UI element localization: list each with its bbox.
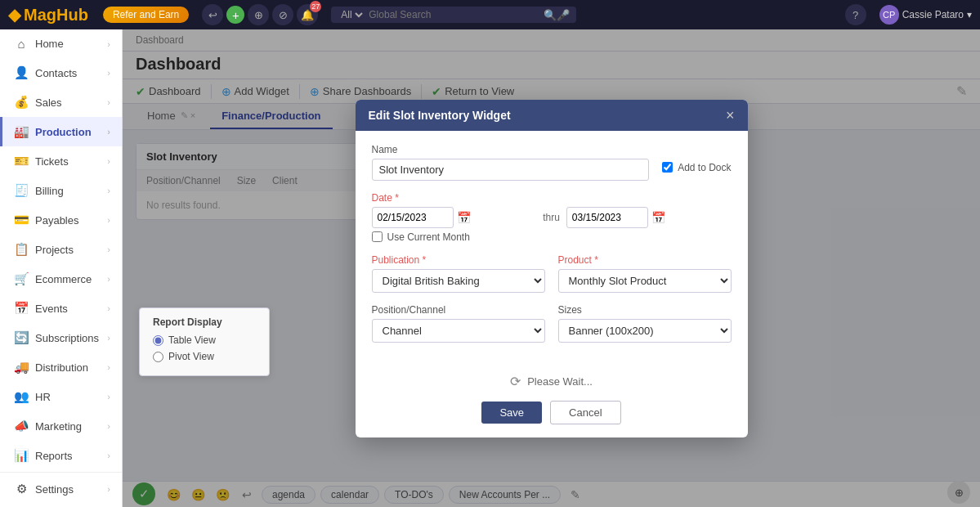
- sidebar-item-home[interactable]: ⌂ Home ›: [0, 29, 122, 58]
- modal-close-button[interactable]: ×: [726, 108, 735, 123]
- sidebar-item-distribution[interactable]: 🚚 Distribution ›: [0, 352, 122, 382]
- search-input[interactable]: [369, 9, 544, 20]
- sidebar-item-payables[interactable]: 💳 Payables ›: [0, 205, 122, 235]
- user-menu[interactable]: CP Cassie Pataro ▾: [879, 5, 972, 25]
- add-to-dock-checkbox[interactable]: [662, 162, 673, 173]
- production-icon: 🏭: [14, 124, 29, 139]
- publication-select[interactable]: Digital British Baking: [372, 269, 545, 293]
- chevron-right-icon: ›: [107, 245, 110, 254]
- cancel-button[interactable]: Cancel: [550, 401, 620, 424]
- main-content: Dashboard Dashboard ✔ Dashboard ⊕ Add Wi…: [123, 29, 980, 507]
- chevron-right-icon: ›: [107, 333, 110, 343]
- publication-label: Publication *: [372, 254, 545, 266]
- report-display-popup: Report Display Table View Pivot View: [139, 307, 270, 376]
- sidebar-item-ecommerce[interactable]: 🛒 Ecommerce ›: [0, 264, 122, 294]
- sidebar-item-projects[interactable]: 📋 Projects ›: [0, 235, 122, 264]
- name-input[interactable]: [372, 159, 650, 181]
- publication-field: Publication * Digital British Baking: [372, 254, 545, 293]
- sizes-label: Sizes: [558, 304, 732, 316]
- modal-title: Edit Slot Inventory Widget: [369, 109, 511, 122]
- use-current-month-label: Use Current Month: [387, 231, 470, 243]
- modal-header: Edit Slot Inventory Widget ×: [356, 100, 748, 131]
- calendar-icon-from[interactable]: 📅: [457, 211, 471, 224]
- sizes-select[interactable]: Banner (100x200): [558, 319, 732, 343]
- search-scope-select[interactable]: All: [338, 8, 365, 21]
- table-view-radio[interactable]: [153, 335, 163, 346]
- settings-icon: ⚙: [14, 482, 29, 496]
- product-select[interactable]: Monthly Slot Product: [558, 269, 732, 293]
- calendar-icon-to[interactable]: 📅: [651, 211, 665, 224]
- position-channel-select[interactable]: Channel: [372, 319, 545, 343]
- sidebar-item-settings[interactable]: ⚙ Settings ›: [0, 474, 122, 504]
- subscriptions-icon: 🔄: [14, 330, 29, 345]
- save-button[interactable]: Save: [481, 402, 542, 424]
- tickets-icon: 🎫: [14, 154, 29, 168]
- global-search: All 🔍 🎤: [331, 7, 576, 23]
- sidebar-item-tickets[interactable]: 🎫 Tickets ›: [0, 146, 122, 176]
- projects-icon: 📋: [14, 242, 29, 257]
- distribution-icon: 🚚: [14, 360, 29, 375]
- sidebar-label-ecommerce: Ecommerce: [35, 273, 101, 285]
- sidebar: ⌂ Home › 👤 Contacts › 💰 Sales › 🏭 Produc…: [0, 29, 123, 507]
- chevron-right-icon: ›: [107, 127, 110, 137]
- logo-icon: ◆: [8, 5, 20, 25]
- reports-icon: 📊: [14, 448, 29, 463]
- quick-action-3[interactable]: ⊕: [248, 4, 269, 25]
- notifications-button[interactable]: 🔔 27: [297, 4, 318, 25]
- publication-product-row: Publication * Digital British Baking Pro…: [372, 254, 732, 293]
- table-view-label: Table View: [168, 334, 216, 346]
- date-to-wrap: 📅: [566, 207, 732, 228]
- microphone-icon[interactable]: 🎤: [557, 9, 570, 21]
- top-navigation: ◆ MagHub Refer and Earn ↩ + ⊕ ⊘ 🔔 27 All…: [0, 0, 980, 29]
- payables-icon: 💳: [14, 213, 29, 227]
- sidebar-item-production[interactable]: 🏭 Production ›: [0, 117, 122, 146]
- refer-earn-button[interactable]: Refer and Earn: [103, 7, 189, 23]
- chevron-right-icon: ›: [107, 39, 110, 49]
- topnav-quick-actions: ↩ + ⊕ ⊘ 🔔 27: [202, 4, 318, 25]
- notification-badge: 27: [310, 1, 321, 12]
- avatar: CP: [879, 5, 899, 25]
- sidebar-divider: [0, 472, 122, 473]
- sidebar-label-settings: Settings: [35, 483, 101, 496]
- date-label: Date *: [372, 192, 732, 204]
- sidebar-item-hr[interactable]: 👥 HR ›: [0, 382, 122, 411]
- sizes-field: Sizes Banner (100x200): [558, 304, 732, 343]
- sidebar-label-hr: HR: [35, 391, 101, 403]
- events-icon: 📅: [14, 301, 29, 316]
- sidebar-label-distribution: Distribution: [35, 361, 101, 374]
- sidebar-item-subscriptions[interactable]: 🔄 Subscriptions ›: [0, 323, 122, 352]
- help-button[interactable]: ?: [845, 4, 866, 25]
- date-from-input[interactable]: [372, 207, 454, 228]
- date-to-input[interactable]: [566, 207, 648, 228]
- sidebar-label-tickets: Tickets: [35, 155, 101, 168]
- chevron-right-icon: ›: [107, 68, 110, 78]
- sidebar-item-events[interactable]: 📅 Events ›: [0, 294, 122, 323]
- sidebar-label-billing: Billing: [35, 185, 101, 197]
- table-view-row: Table View: [153, 334, 256, 346]
- add-to-dock-label: Add to Dock: [678, 162, 731, 173]
- use-current-month-checkbox[interactable]: [372, 231, 383, 242]
- sidebar-item-sales[interactable]: 💰 Sales ›: [0, 87, 122, 117]
- sidebar-item-contacts[interactable]: 👤 Contacts ›: [0, 58, 122, 87]
- modal-overlay: Edit Slot Inventory Widget × Name Add to…: [123, 29, 980, 507]
- quick-action-1[interactable]: ↩: [202, 4, 223, 25]
- sidebar-label-sales: Sales: [35, 96, 101, 109]
- please-wait-label: Please Wait...: [527, 375, 593, 388]
- pivot-view-radio[interactable]: [153, 352, 163, 362]
- thru-text: thru: [543, 212, 560, 223]
- contacts-icon: 👤: [14, 65, 29, 80]
- report-display-title: Report Display: [153, 316, 256, 328]
- chevron-right-icon: ›: [107, 484, 110, 494]
- chevron-right-icon: ›: [107, 97, 110, 107]
- quick-action-4[interactable]: ⊘: [272, 4, 293, 25]
- home-icon: ⌂: [14, 37, 29, 51]
- sidebar-label-reports: Reports: [35, 450, 101, 462]
- quick-action-add[interactable]: +: [226, 6, 244, 24]
- pivot-view-label: Pivot View: [168, 351, 214, 362]
- use-current-month-row: Use Current Month: [372, 231, 732, 243]
- sidebar-item-marketing[interactable]: 📣 Marketing ›: [0, 411, 122, 441]
- sidebar-item-billing[interactable]: 🧾 Billing ›: [0, 176, 122, 205]
- sidebar-item-reports[interactable]: 📊 Reports ›: [0, 441, 122, 470]
- modal-body: Name Add to Dock Date *: [356, 131, 748, 367]
- position-channel-field: Position/Channel Channel: [372, 304, 545, 343]
